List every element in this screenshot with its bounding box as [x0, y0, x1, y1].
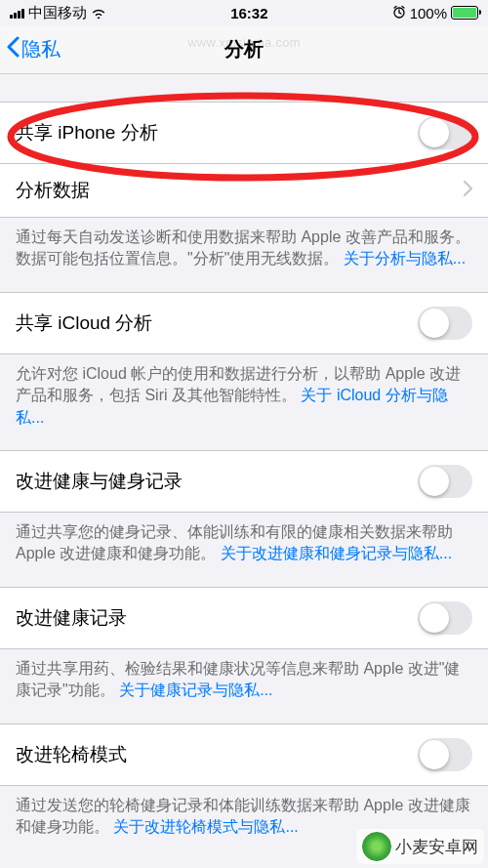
chevron-right-icon	[463, 180, 472, 201]
improve-health-records-switch[interactable]	[418, 601, 472, 635]
improve-health-records-cell[interactable]: 改进健康记录	[0, 587, 488, 649]
wifi-icon	[91, 5, 106, 21]
improve-health-fitness-cell[interactable]: 改进健康与健身记录	[0, 450, 488, 513]
status-left: 中国移动	[10, 4, 106, 22]
improve-wheelchair-cell[interactable]: 改进轮椅模式	[0, 723, 488, 786]
share-icloud-analytics-cell[interactable]: 共享 iCloud 分析	[0, 292, 488, 354]
improve-health-fitness-footer: 通过共享您的健身记录、体能训练和有限的健康相关数据来帮助 Apple 改进健康和…	[0, 513, 488, 587]
status-time: 16:32	[230, 5, 267, 21]
share-iphone-analytics-switch[interactable]	[418, 116, 472, 149]
status-bar: 中国移动 16:32 100%	[0, 0, 488, 25]
page-title: 分析	[224, 36, 264, 62]
battery-icon	[451, 6, 478, 20]
analytics-data-label: 分析数据	[16, 178, 90, 203]
alarm-icon	[392, 5, 406, 21]
battery-percent: 100%	[410, 5, 447, 21]
back-label: 隐私	[21, 36, 61, 62]
share-iphone-analytics-label: 共享 iPhone 分析	[16, 120, 158, 145]
carrier-label: 中国移动	[28, 4, 87, 22]
improve-wheelchair-footer-link[interactable]: 关于改进轮椅模式与隐私...	[113, 818, 298, 835]
status-right: 100%	[392, 5, 478, 21]
share-iphone-footer-link[interactable]: 关于分析与隐私...	[344, 250, 466, 267]
analytics-data-cell[interactable]: 分析数据	[0, 164, 488, 218]
improve-health-fitness-label: 改进健康与健身记录	[16, 469, 183, 494]
improve-health-records-footer-link[interactable]: 关于健康记录与隐私...	[119, 682, 272, 698]
content: 共享 iPhone 分析 分析数据 通过每天自动发送诊断和使用数据来帮助 App…	[0, 74, 488, 844]
improve-health-records-label: 改进健康记录	[16, 605, 127, 631]
improve-health-records-footer: 通过共享用药、检验结果和健康状况等信息来帮助 Apple 改进"健康记录"功能。…	[0, 649, 488, 723]
share-icloud-analytics-label: 共享 iCloud 分析	[16, 310, 152, 336]
chevron-left-icon	[6, 36, 20, 62]
improve-health-fitness-footer-link[interactable]: 关于改进健康和健身记录与隐私...	[221, 545, 452, 561]
improve-wheelchair-footer: 通过发送您的轮椅健身记录和体能训练数据来帮助 Apple 改进健康和健身功能。 …	[0, 786, 488, 845]
signal-icon	[10, 7, 24, 19]
share-icloud-analytics-switch[interactable]	[418, 307, 472, 340]
improve-health-fitness-switch[interactable]	[418, 465, 472, 498]
share-iphone-footer: 通过每天自动发送诊断和使用数据来帮助 Apple 改善产品和服务。数据可能包括位…	[0, 218, 488, 292]
share-icloud-footer: 允许对您 iCloud 帐户的使用和数据进行分析，以帮助 Apple 改进产品和…	[0, 354, 488, 450]
nav-bar: 隐私 分析	[0, 25, 488, 74]
improve-wheelchair-switch[interactable]	[418, 738, 472, 771]
share-iphone-analytics-cell[interactable]: 共享 iPhone 分析	[0, 102, 488, 164]
back-button[interactable]: 隐私	[6, 36, 61, 62]
improve-wheelchair-label: 改进轮椅模式	[16, 742, 127, 767]
